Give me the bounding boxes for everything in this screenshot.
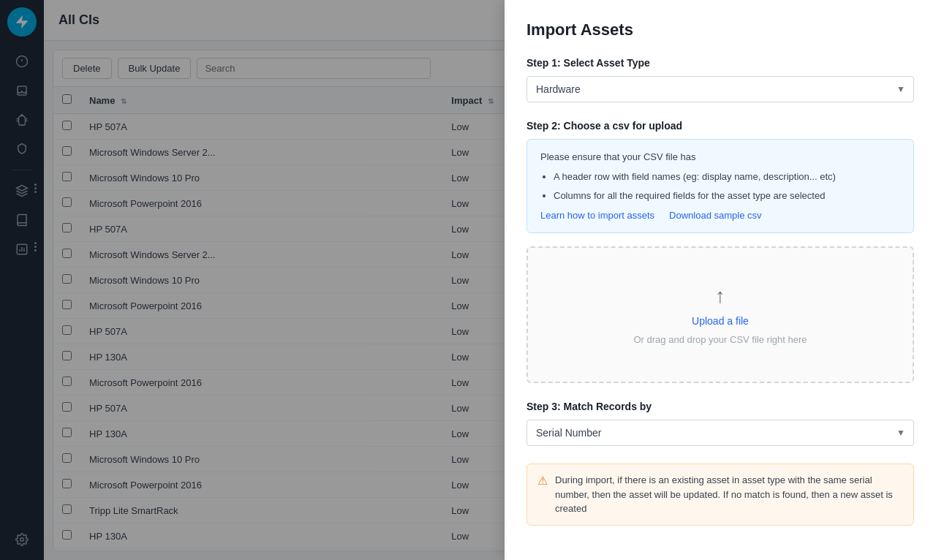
upload-area[interactable]: ↑ Upload a file Or drag and drop your CS… xyxy=(526,246,914,383)
match-records-wrapper: Serial NumberAsset TagDisplay Name ▼ xyxy=(526,420,914,446)
modal-title: Import Assets xyxy=(526,20,914,39)
step2-label: Step 2: Choose a csv for upload xyxy=(526,120,914,132)
step1-label: Step 1: Select Asset Type xyxy=(526,57,914,69)
match-records-select[interactable]: Serial NumberAsset TagDisplay Name xyxy=(526,420,914,446)
sample-csv-link[interactable]: Download sample csv xyxy=(669,210,761,221)
upload-icon: ↑ xyxy=(715,284,725,308)
info-bullet: Columns for all the required fields for … xyxy=(554,189,900,203)
warning-box: ⚠ During import, if there is an existing… xyxy=(526,463,914,526)
import-modal: ✕ Import Assets Step 1: Select Asset Typ… xyxy=(505,0,936,560)
info-intro: Please ensure that your CSV file has xyxy=(540,151,900,162)
asset-type-select[interactable]: HardwareSoftwareNetworkOther xyxy=(526,76,914,102)
upload-or-text: Or drag and drop your CSV file right her… xyxy=(633,334,807,345)
upload-file-link[interactable]: Upload a file xyxy=(692,315,749,327)
info-links: Learn how to import assets Download samp… xyxy=(540,210,900,221)
learn-link[interactable]: Learn how to import assets xyxy=(540,210,654,221)
info-bullet: A header row with field names (eg: displ… xyxy=(554,170,900,184)
warning-text: During import, if there is an existing a… xyxy=(555,473,903,516)
csv-info-box: Please ensure that your CSV file has A h… xyxy=(526,139,914,233)
info-bullets-list: A header row with field names (eg: displ… xyxy=(540,170,900,203)
modal-overlay: ✕ Import Assets Step 1: Select Asset Typ… xyxy=(0,0,936,560)
step3-label: Step 3: Match Records by xyxy=(526,401,914,412)
warning-icon: ⚠ xyxy=(537,474,548,488)
asset-type-wrapper: HardwareSoftwareNetworkOther ▼ xyxy=(526,76,914,102)
